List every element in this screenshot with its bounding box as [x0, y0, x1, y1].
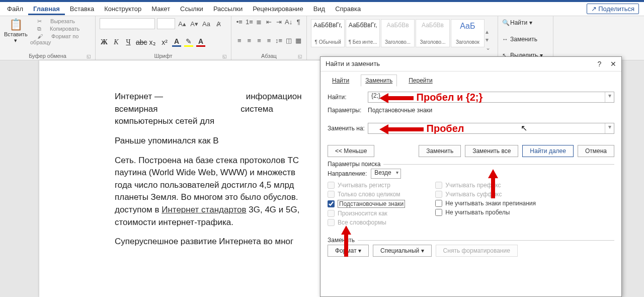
bold-button[interactable]: Ж: [100, 38, 109, 46]
text: планеты Земля. Во многом это было обусло…: [115, 192, 298, 202]
menu-references[interactable]: Ссылки: [175, 3, 208, 15]
menu-layout[interactable]: Макет: [146, 3, 175, 15]
group-editing: 🔍Найти ▾ ↔Заменить ↖Выделить ▾: [498, 16, 553, 60]
replace-all-button[interactable]: Заменить все: [465, 145, 518, 157]
replace-one-button[interactable]: Заменить: [419, 145, 461, 157]
less-button[interactable]: << Меньше: [328, 145, 374, 157]
chk-wildcards[interactable]: Подстановочные знаки: [328, 200, 405, 208]
chk-ignore-punct[interactable]: Не учитывать знаки препинания: [435, 200, 536, 207]
font-name-select[interactable]: [100, 18, 155, 29]
style-heading2[interactable]: АаБбВвЗаголово...: [416, 19, 449, 47]
replace-button[interactable]: ↔Заменить: [502, 35, 549, 44]
align-left-icon[interactable]: ≡: [235, 37, 244, 44]
menu-home[interactable]: Главная: [28, 3, 65, 15]
multilevel-icon[interactable]: ≣: [255, 18, 263, 26]
style-heading1[interactable]: АаБбВвЗаголово...: [381, 19, 415, 47]
dialog-help-icon[interactable]: ?: [598, 60, 602, 68]
cut-button[interactable]: ✂ Вырезать: [30, 18, 91, 25]
style-nospacing[interactable]: АаБбВвГг,¶ Без инте...: [346, 19, 379, 47]
text-effects-button[interactable]: A: [172, 37, 181, 47]
menubar: Файл Главная Вставка Конструктор Макет С…: [0, 2, 644, 16]
mouse-cursor-icon: ↖: [521, 123, 527, 133]
hyperlink[interactable]: Интернет стандартов: [162, 205, 246, 214]
change-case-icon[interactable]: Aa: [201, 19, 211, 29]
replace-input[interactable]: ▾: [368, 123, 614, 134]
para-launcher-icon[interactable]: ◱: [298, 54, 302, 59]
underline-button[interactable]: Ч: [124, 38, 133, 46]
menu-mailings[interactable]: Рассылки: [208, 3, 248, 15]
find-dropdown-icon[interactable]: ▾: [605, 92, 614, 102]
align-right-icon[interactable]: ≡: [255, 37, 263, 44]
chk-case: Учитывать регистр: [328, 182, 405, 189]
subscript-button[interactable]: x₂: [148, 38, 157, 46]
search-icon: 🔍: [502, 19, 510, 26]
tab-goto[interactable]: Перейти: [404, 75, 437, 87]
remove-formatting-button: Снять форматирование: [436, 245, 518, 257]
indent-inc-icon[interactable]: ⇥: [275, 18, 283, 26]
clipboard-launcher-icon[interactable]: ◱: [87, 54, 91, 59]
chk-whole-word: Только слово целиком: [328, 191, 405, 198]
replace-dropdown-icon[interactable]: ▾: [605, 123, 614, 133]
paste-button[interactable]: 📋 Вставить ▾: [4, 18, 27, 45]
justify-icon[interactable]: ≡: [265, 37, 273, 44]
format-button[interactable]: Формат ▾: [328, 245, 369, 257]
shading-icon[interactable]: ◫: [285, 37, 293, 44]
replace-icon: ↔: [502, 36, 510, 43]
group-clipboard-label: Буфер обмена: [29, 53, 66, 59]
params-label: Параметры:: [328, 107, 368, 114]
bullets-icon[interactable]: •≡: [235, 18, 244, 26]
shrink-font-icon[interactable]: A▾: [189, 19, 199, 29]
text: информацион: [246, 92, 302, 101]
highlight-button[interactable]: ✎: [184, 37, 193, 47]
text: паутина (World Wide Web, WWW) и множеств: [115, 168, 295, 177]
indent-dec-icon[interactable]: ⇤: [265, 18, 273, 26]
menu-file[interactable]: Файл: [2, 3, 28, 15]
format-painter-button[interactable]: 🖌 Формат по образцу: [30, 33, 91, 45]
find-button[interactable]: 🔍Найти ▾: [502, 18, 549, 27]
numbering-icon[interactable]: 1≡: [246, 18, 254, 26]
text: 3G, 4G и 5G,: [247, 205, 300, 214]
chk-ignore-spaces[interactable]: Не учитывать пробелы: [435, 209, 536, 216]
borders-icon[interactable]: ▦: [294, 37, 302, 44]
find-next-button[interactable]: Найти далее: [522, 145, 574, 157]
copy-button[interactable]: ⧉ Копировать: [30, 26, 91, 32]
menu-help[interactable]: Справка: [330, 3, 366, 15]
align-center-icon[interactable]: ≡: [246, 37, 254, 44]
styles-scroll[interactable]: ▴▾⌄: [486, 19, 494, 60]
group-para-label: Абзац: [261, 53, 277, 59]
line-spacing-icon[interactable]: ↕≡: [275, 37, 283, 44]
show-marks-icon[interactable]: ¶: [294, 18, 302, 26]
italic-button[interactable]: К: [112, 38, 121, 46]
find-input[interactable]: {2;}▾: [368, 92, 614, 103]
sort-icon[interactable]: A↓: [285, 18, 293, 26]
params-value: Подстановочные знаки: [368, 107, 432, 114]
tab-find[interactable]: Найти: [328, 75, 354, 87]
direction-label: Направление:: [328, 170, 367, 177]
font-size-select[interactable]: [157, 18, 175, 29]
font-launcher-icon[interactable]: ◱: [222, 54, 227, 59]
style-normal[interactable]: АаБбВвГг,¶ Обычный: [311, 19, 345, 47]
chk-suffix: Учитывать суффикс: [435, 191, 536, 198]
superscript-button[interactable]: x²: [160, 38, 169, 46]
chevron-up-icon[interactable]: ▴: [486, 28, 494, 35]
styles-expand-icon[interactable]: ⌄: [486, 44, 494, 51]
paste-label: Вставить: [4, 31, 28, 37]
dialog-close-icon[interactable]: ✕: [610, 60, 616, 68]
search-params-label: Параметры поиска: [328, 161, 383, 168]
menu-review[interactable]: Рецензирование: [248, 3, 308, 15]
tab-replace[interactable]: Заменить: [361, 75, 397, 87]
chevron-down-icon[interactable]: ▾: [486, 36, 494, 43]
menu-design[interactable]: Конструктор: [99, 3, 146, 15]
chk-word-forms: Все словоформы: [328, 219, 405, 226]
clear-format-icon[interactable]: A̷: [213, 19, 223, 29]
cancel-button[interactable]: Отмена: [578, 145, 614, 157]
menu-view[interactable]: Вид: [308, 3, 331, 15]
font-color-button[interactable]: A: [196, 37, 205, 47]
special-button[interactable]: Специальный ▾: [373, 245, 432, 257]
style-title[interactable]: АаБЗаголовок: [451, 19, 485, 47]
menu-insert[interactable]: Вставка: [65, 3, 99, 15]
strike-button[interactable]: abc: [136, 38, 145, 46]
grow-font-icon[interactable]: A▴: [177, 19, 187, 29]
share-button[interactable]: Поделиться: [587, 4, 639, 14]
direction-select[interactable]: Везде: [371, 169, 400, 179]
